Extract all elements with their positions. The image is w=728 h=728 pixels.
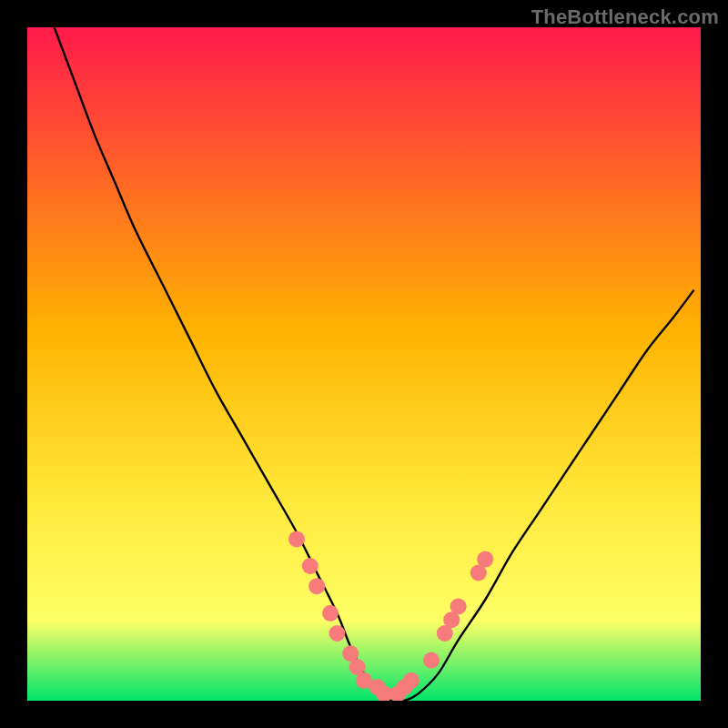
data-point	[450, 598, 467, 614]
data-point	[403, 672, 420, 689]
chart-frame: TheBottleneck.com	[0, 0, 728, 728]
bottleneck-chart	[0, 0, 728, 728]
plot-background	[27, 27, 701, 701]
data-point	[308, 578, 325, 594]
data-point	[302, 558, 318, 574]
data-point	[423, 652, 440, 669]
data-point	[322, 605, 339, 622]
data-point	[288, 531, 305, 547]
data-point	[329, 625, 345, 642]
watermark-text: TheBottleneck.com	[531, 5, 719, 29]
data-point	[477, 551, 493, 568]
